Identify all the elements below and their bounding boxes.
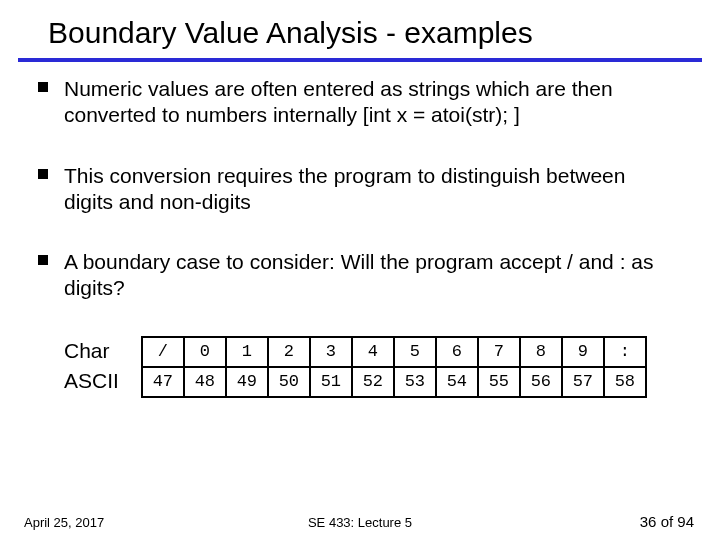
- footer-center: SE 433: Lecture 5: [0, 515, 720, 530]
- bullet-3: A boundary case to consider: Will the pr…: [64, 249, 680, 302]
- bullet-1: Numeric values are often entered as stri…: [64, 76, 680, 129]
- page-title: Boundary Value Analysis - examples: [0, 0, 720, 58]
- ascii-cell: 47: [142, 367, 184, 397]
- square-bullet-icon: [38, 82, 48, 92]
- char-cell: 2: [268, 337, 310, 367]
- slide: Boundary Value Analysis - examples Numer…: [0, 0, 720, 540]
- ascii-cell: 56: [520, 367, 562, 397]
- ascii-cell: 58: [604, 367, 646, 397]
- ascii-cell: 53: [394, 367, 436, 397]
- ascii-table: / 0 1 2 3 4 5 6 7 8 9 : 47 48 49 50 51 5…: [141, 336, 647, 398]
- char-cell: 5: [394, 337, 436, 367]
- ascii-table-area: Char ASCII / 0 1 2 3 4 5 6 7 8 9 : 47 48…: [0, 336, 720, 398]
- ascii-cell: 55: [478, 367, 520, 397]
- table-row: / 0 1 2 3 4 5 6 7 8 9 :: [142, 337, 646, 367]
- char-cell: 6: [436, 337, 478, 367]
- bullet-text: A boundary case to consider: Will the pr…: [64, 250, 653, 299]
- char-cell: :: [604, 337, 646, 367]
- bullet-2: This conversion requires the program to …: [64, 163, 680, 216]
- ascii-cell: 50: [268, 367, 310, 397]
- ascii-cell: 54: [436, 367, 478, 397]
- footer: April 25, 2017 SE 433: Lecture 5 36 of 9…: [0, 513, 720, 530]
- row-label-ascii: ASCII: [64, 366, 119, 396]
- char-cell: 7: [478, 337, 520, 367]
- content-area: Numeric values are often entered as stri…: [0, 62, 720, 302]
- ascii-cell: 52: [352, 367, 394, 397]
- square-bullet-icon: [38, 169, 48, 179]
- char-cell: 4: [352, 337, 394, 367]
- table-row: 47 48 49 50 51 52 53 54 55 56 57 58: [142, 367, 646, 397]
- char-cell: 3: [310, 337, 352, 367]
- char-cell: 8: [520, 337, 562, 367]
- square-bullet-icon: [38, 255, 48, 265]
- bullet-text: This conversion requires the program to …: [64, 164, 625, 213]
- char-cell: 9: [562, 337, 604, 367]
- char-cell: 1: [226, 337, 268, 367]
- char-cell: /: [142, 337, 184, 367]
- char-cell: 0: [184, 337, 226, 367]
- row-labels: Char ASCII: [64, 336, 119, 396]
- row-label-char: Char: [64, 336, 119, 366]
- ascii-cell: 48: [184, 367, 226, 397]
- ascii-cell: 49: [226, 367, 268, 397]
- ascii-cell: 57: [562, 367, 604, 397]
- bullet-text: Numeric values are often entered as stri…: [64, 77, 613, 126]
- ascii-cell: 51: [310, 367, 352, 397]
